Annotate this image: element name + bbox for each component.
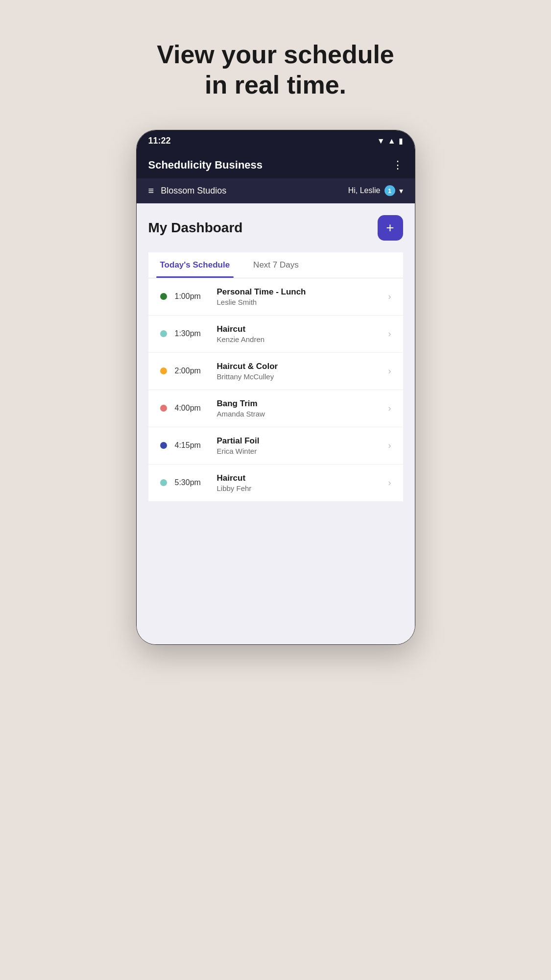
appointment-client: Leslie Smith — [217, 298, 381, 306]
wifi-icon: ▼ — [377, 137, 385, 146]
status-icons: ▼ ▲ ▮ — [377, 136, 403, 146]
appointment-color-dot — [160, 442, 167, 449]
promo-heading-line1: View your schedule — [157, 40, 394, 69]
business-bar: ≡ Blossom Studios Hi, Leslie 1 ▾ — [137, 178, 415, 203]
promo-heading-line2: in real time. — [205, 71, 346, 99]
hamburger-menu-icon[interactable]: ≡ — [148, 185, 154, 196]
schedule-item[interactable]: 5:30pm Haircut Libby Fehr › — [148, 465, 403, 502]
appointment-details: Haircut Libby Fehr — [217, 473, 381, 492]
appointment-client: Kenzie Andren — [217, 335, 381, 343]
chevron-right-icon: › — [388, 329, 391, 339]
appointment-client: Erica Winter — [217, 447, 381, 455]
promo-heading: View your schedule in real time. — [157, 39, 394, 100]
schedule-item[interactable]: 4:00pm Bang Trim Amanda Straw › — [148, 390, 403, 427]
hi-greeting: Hi, Leslie — [348, 186, 381, 195]
schedule-item[interactable]: 2:00pm Haircut & Color Brittany McCulley… — [148, 353, 403, 390]
notification-badge: 1 — [384, 185, 395, 196]
chevron-right-icon: › — [388, 366, 391, 376]
dashboard: My Dashboard + Today's Schedule Next 7 D… — [137, 203, 415, 644]
appointment-color-dot — [160, 293, 167, 300]
appointment-service: Personal Time - Lunch — [217, 287, 381, 297]
app-bar: Schedulicity Business ⋮ — [137, 152, 415, 178]
battery-icon: ▮ — [399, 136, 403, 146]
appointment-color-dot — [160, 405, 167, 412]
appointment-color-dot — [160, 330, 167, 337]
appointment-service: Haircut — [217, 324, 381, 334]
appointment-color-dot — [160, 368, 167, 374]
tab-next-7-days[interactable]: Next 7 Days — [241, 252, 311, 278]
schedule-item[interactable]: 4:15pm Partial Foil Erica Winter › — [148, 427, 403, 465]
tabs: Today's Schedule Next 7 Days — [148, 252, 403, 278]
schedule-item[interactable]: 1:30pm Haircut Kenzie Andren › — [148, 316, 403, 353]
appointment-client: Libby Fehr — [217, 484, 381, 492]
appointment-details: Bang Trim Amanda Straw — [217, 399, 381, 418]
status-time: 11:22 — [148, 136, 171, 146]
appointment-service: Partial Foil — [217, 436, 381, 446]
business-left: ≡ Blossom Studios — [148, 185, 227, 196]
appointment-service: Bang Trim — [217, 399, 381, 409]
appointment-service: Haircut & Color — [217, 362, 381, 371]
dashboard-header: My Dashboard + — [148, 215, 403, 241]
business-right[interactable]: Hi, Leslie 1 ▾ — [348, 185, 403, 196]
chevron-right-icon: › — [388, 478, 391, 488]
status-bar: 11:22 ▼ ▲ ▮ — [137, 130, 415, 152]
appointment-details: Haircut & Color Brittany McCulley — [217, 362, 381, 381]
appointment-time: 2:00pm — [175, 367, 209, 375]
appointment-color-dot — [160, 479, 167, 486]
schedule-list: 1:00pm Personal Time - Lunch Leslie Smit… — [148, 278, 403, 502]
chevron-right-icon: › — [388, 292, 391, 302]
phone-frame: 11:22 ▼ ▲ ▮ Schedulicity Business ⋮ ≡ Bl… — [136, 130, 415, 645]
appointment-time: 5:30pm — [175, 478, 209, 487]
appointment-details: Partial Foil Erica Winter — [217, 436, 381, 455]
more-options-icon[interactable]: ⋮ — [392, 159, 403, 172]
appointment-time: 4:00pm — [175, 404, 209, 413]
appointment-client: Amanda Straw — [217, 410, 381, 418]
app-title: Schedulicity Business — [148, 159, 263, 172]
appointment-service: Haircut — [217, 473, 381, 483]
appointment-details: Haircut Kenzie Andren — [217, 324, 381, 343]
appointment-time: 1:00pm — [175, 292, 209, 301]
chevron-down-icon: ▾ — [399, 186, 403, 196]
appointment-time: 4:15pm — [175, 441, 209, 450]
chevron-right-icon: › — [388, 441, 391, 451]
appointment-time: 1:30pm — [175, 329, 209, 338]
add-appointment-button[interactable]: + — [378, 215, 403, 241]
appointment-client: Brittany McCulley — [217, 372, 381, 381]
tab-today-schedule[interactable]: Today's Schedule — [148, 252, 242, 278]
dashboard-title: My Dashboard — [148, 220, 243, 236]
appointment-details: Personal Time - Lunch Leslie Smith — [217, 287, 381, 306]
chevron-right-icon: › — [388, 403, 391, 414]
signal-icon: ▲ — [388, 137, 396, 146]
schedule-item[interactable]: 1:00pm Personal Time - Lunch Leslie Smit… — [148, 278, 403, 316]
business-name: Blossom Studios — [161, 186, 226, 196]
